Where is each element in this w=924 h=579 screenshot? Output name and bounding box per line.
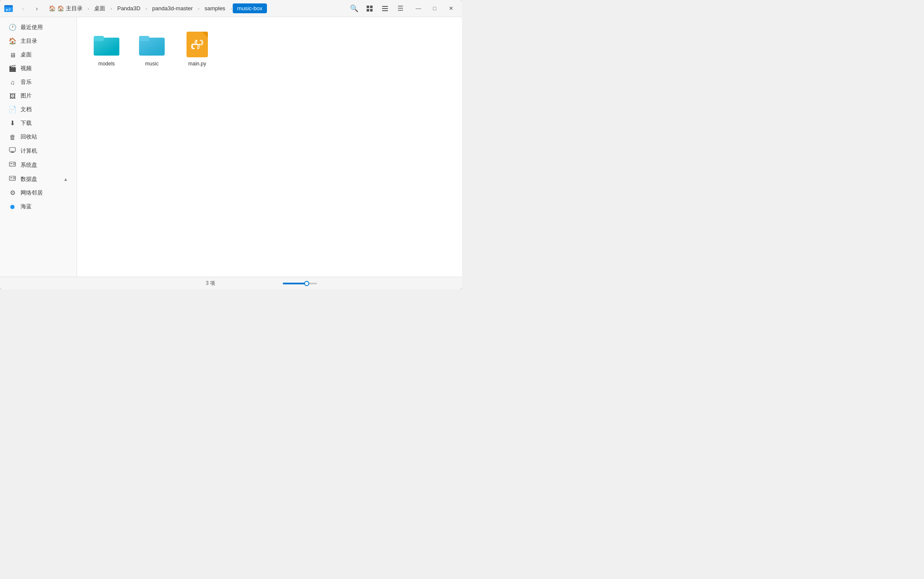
music-folder-name: music [145,61,158,67]
breadcrumb-panda3d-master-label: panda3d-master [152,5,193,12]
breadcrumb: 🏠 🏠 主目录 › 桌面 › Panda3D › panda3d-master … [44,3,342,14]
data-disk-icon [9,175,16,183]
sidebar-item-system-disk-label: 系统盘 [21,161,37,169]
system-disk-icon [9,161,16,169]
breadcrumb-home-label: 🏠 主目录 [57,5,83,12]
back-button[interactable]: ‹ [17,3,29,15]
breadcrumb-home[interactable]: 🏠 🏠 主目录 [44,3,87,14]
breadcrumb-desktop-label: 桌面 [94,5,105,12]
minimize-button[interactable]: — [411,3,426,15]
breadcrumb-panda3d-label: Panda3D [117,5,140,12]
sidebar-item-music-label: 音乐 [21,78,32,86]
sidebar-item-trash[interactable]: 🗑 回收站 [2,130,75,144]
titlebar: ‹ › 🏠 🏠 主目录 › 桌面 › Panda3D › panda3d-mas… [0,0,462,17]
zoom-slider[interactable] [283,283,317,284]
svg-rect-25 [139,36,149,41]
svg-point-26 [195,41,197,43]
maximize-button[interactable]: □ [427,3,442,15]
zoom-track [283,283,307,284]
sep-1: › [88,6,89,11]
sidebar-item-videos[interactable]: 🎬 视频 [2,62,75,75]
sidebar-item-pictures-label: 图片 [21,92,32,100]
svg-rect-20 [10,177,12,178]
list-view-button[interactable] [378,2,392,15]
sidebar-item-hailan[interactable]: 海蓝 [2,200,75,213]
file-grid: models [87,27,452,266]
downloads-icon: ⬇ [9,119,16,127]
sidebar-item-home-label: 主目录 [21,37,37,45]
sidebar-item-desktop[interactable]: 🖥 桌面 [2,48,75,62]
svg-point-19 [13,177,15,179]
sidebar-item-downloads[interactable]: ⬇ 下载 [2,116,75,130]
sidebar-item-pictures[interactable]: 🖼 图片 [2,89,75,103]
sep-5: › [231,6,232,11]
sidebar-item-network[interactable]: ⚙ 网络邻居 [2,186,75,200]
breadcrumb-panda3d-master[interactable]: panda3d-master [148,3,197,13]
svg-point-27 [198,47,199,48]
file-item-music[interactable]: music [133,27,171,70]
sidebar-item-recent[interactable]: 🕐 最近使用 [2,21,75,34]
sidebar-item-hailan-label: 海蓝 [21,203,32,210]
sidebar-item-computer[interactable]: 计算机 [2,144,75,158]
sidebar-item-music[interactable]: ♫ 音乐 [2,75,75,89]
svg-rect-16 [10,163,12,164]
sidebar-item-data-disk-label: 数据盘 [21,175,37,183]
svg-rect-5 [367,9,369,12]
models-folder-name: models [98,61,115,67]
main-area: 🕐 最近使用 🏠 主目录 🖥 桌面 🎬 视频 ♫ 音乐 🖼 图片 [0,17,462,277]
music-folder-svg [139,33,165,56]
titlebar-actions: 🔍 ☰ [347,2,407,15]
sidebar-item-videos-label: 视频 [21,65,32,72]
breadcrumb-desktop[interactable]: 桌面 [90,3,110,14]
breadcrumb-panda3d[interactable]: Panda3D [113,3,145,13]
python-file-icon [187,32,208,57]
svg-rect-8 [382,8,388,9]
home-nav-icon: 🏠 [9,37,16,45]
svg-rect-1 [4,7,13,12]
documents-icon: 📄 [9,106,16,113]
sidebar-item-home[interactable]: 🏠 主目录 [2,34,75,48]
svg-point-15 [13,163,15,165]
svg-rect-14 [10,165,15,166]
app-icon [3,3,14,14]
videos-icon: 🎬 [9,65,16,72]
window-controls: — □ ✕ [411,3,459,15]
file-item-models[interactable]: models [87,27,126,70]
desktop-icon: 🖥 [9,51,16,59]
svg-rect-4 [370,6,373,8]
sep-4: › [198,6,200,11]
file-content: models [77,17,462,277]
pictures-icon: 🖼 [9,92,16,100]
menu-button[interactable]: ☰ [394,2,407,15]
sidebar-item-data-disk[interactable]: 数据盘 ▲ [2,172,75,186]
svg-rect-23 [94,36,104,41]
breadcrumb-samples-label: samples [204,5,225,12]
breadcrumb-music-box[interactable]: music-box [233,3,267,13]
svg-rect-7 [382,6,388,7]
models-folder-svg [94,33,119,56]
file-item-main-py[interactable]: main.py [178,27,216,70]
recent-icon: 🕐 [9,24,16,31]
breadcrumb-samples[interactable]: samples [200,3,229,13]
sidebar-item-network-label: 网络邻居 [21,189,43,197]
computer-icon [9,147,16,155]
sidebar: 🕐 最近使用 🏠 主目录 🖥 桌面 🎬 视频 ♫ 音乐 🖼 图片 [0,17,77,277]
breadcrumb-music-box-label: music-box [237,5,262,12]
close-button[interactable]: ✕ [443,3,459,15]
hailan-dot-icon [9,203,16,210]
main-py-name: main.py [188,61,206,67]
forward-button[interactable]: › [31,3,43,15]
music-folder-icon-wrapper [138,31,166,58]
models-folder-icon-wrapper [93,31,120,58]
main-py-icon-wrapper [184,31,211,58]
sidebar-item-trash-label: 回收站 [21,133,37,141]
home-icon: 🏠 [49,5,56,12]
zoom-thumb[interactable] [304,281,309,286]
sidebar-item-documents-label: 文档 [21,106,32,113]
search-button[interactable]: 🔍 [347,2,361,15]
sidebar-item-downloads-label: 下载 [21,119,32,127]
sidebar-item-documents[interactable]: 📄 文档 [2,103,75,116]
sidebar-item-system-disk[interactable]: 系统盘 [2,158,75,172]
grid-view-button[interactable] [363,2,376,15]
eject-icon[interactable]: ▲ [63,177,68,182]
